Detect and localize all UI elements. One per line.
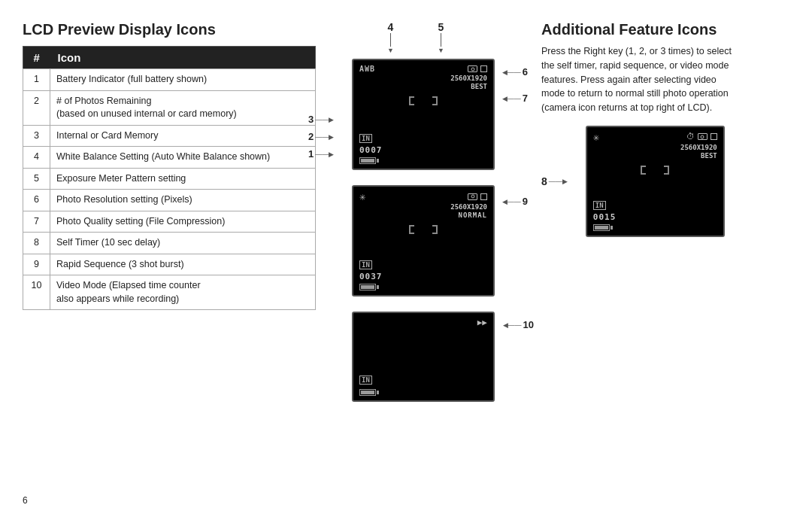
table-cell-num: 5 [23, 168, 50, 190]
table-cell-num: 6 [23, 190, 50, 211]
table-row: 4White Balance Setting (Auto White Balan… [23, 147, 316, 169]
screen1-counter: 0007 [359, 145, 383, 155]
table-row: 2# of Photos Remaining(based on unused i… [23, 90, 316, 125]
left-labels-123: 3 ——▶ 2 ——▶ 1 ——▶ [308, 114, 334, 160]
top-number-labels: 4 ▼ 5 ▼ [387, 21, 444, 54]
right-section-desc: Press the Right key (1, 2, or 3 times) t… [541, 44, 737, 115]
table-row: 5Exposure Meter Pattern setting [23, 168, 316, 190]
table-cell-desc: Rapid Sequence (3 shot burst) [50, 254, 316, 275]
table-cell-num: 10 [23, 275, 50, 310]
table-row: 6Photo Resolution setting (Pixels) [23, 190, 316, 211]
label-3: 3 [308, 114, 314, 125]
table-cell-num: 3 [23, 125, 50, 147]
screen-right-internal: IN [593, 201, 606, 210]
screen2-counter: 0037 [359, 272, 383, 281]
screen-right-quality: BEST [593, 152, 717, 160]
lcd-screen-right: ✳ ⏱ 2560X1920 BEST [586, 126, 725, 237]
lcd-screen-3-wrapper: ▶▶ IN ◀—— 10 [331, 312, 504, 402]
middle-column: 4 ▼ 5 ▼ 3 ——▶ 2 ——▶ [331, 21, 504, 502]
screen-right-resolution: 2560X1920 [593, 144, 717, 151]
label-8: 8 [541, 175, 547, 187]
lcd-screen-1-wrapper: 3 ——▶ 2 ——▶ 1 ——▶ AWB [331, 59, 504, 170]
left-column: LCD Preview Display Icons # Icon 1Batter… [23, 21, 316, 502]
table-cell-desc: Photo Resolution setting (Pixels) [50, 190, 316, 211]
table-row: 7Photo Quality setting (File Compression… [23, 211, 316, 233]
awb-label: AWB [359, 65, 375, 73]
table-cell-num: 8 [23, 233, 50, 254]
label-5: 5 [438, 21, 444, 33]
table-row: 8Self Timer (10 sec delay) [23, 233, 316, 254]
lcd-screen-1: AWB 2560X1920 BEST [352, 59, 495, 170]
table-row: 9Rapid Sequence (3 shot burst) [23, 254, 316, 275]
icon-table: # Icon 1Battery Indicator (full battery … [23, 46, 316, 310]
screen3-internal: IN [359, 376, 372, 385]
left-section-title: LCD Preview Display Icons [23, 21, 316, 38]
table-cell-desc: Battery Indicator (full battery shown) [50, 69, 316, 91]
table-cell-desc: Internal or Card Memory [50, 125, 316, 147]
lcd-screen-2-wrapper: ✳ 2560X1920 NORMAL [331, 185, 504, 297]
table-header-num: # [23, 47, 50, 69]
screen2-resolution: 2560X1920 [359, 203, 487, 211]
table-cell-desc: # of Photos Remaining(based on unused in… [50, 90, 316, 125]
page-number: 6 [23, 495, 28, 506]
table-cell-desc: Exposure Meter Pattern setting [50, 168, 316, 190]
screen1-quality: BEST [359, 83, 487, 90]
table-cell-num: 9 [23, 254, 50, 275]
table-row: 1Battery Indicator (full battery shown) [23, 69, 316, 91]
screen-right-counter: 0015 [593, 212, 617, 222]
lcd-screen-2: ✳ 2560X1920 NORMAL [352, 185, 495, 297]
screen1-resolution: 2560X1920 [359, 75, 487, 82]
right-column: Additional Feature Icons Press the Right… [519, 21, 789, 502]
label-1: 1 [308, 148, 314, 160]
table-cell-desc: White Balance Setting (Auto White Balanc… [50, 147, 316, 169]
screen2-internal: IN [359, 260, 372, 269]
table-row: 10Video Mode (Elapsed time counteralso a… [23, 275, 316, 310]
table-row: 3Internal or Card Memory [23, 125, 316, 147]
screen1-internal: IN [359, 134, 372, 143]
lcd-screen-3: ▶▶ IN [352, 312, 495, 402]
table-header-icon: Icon [50, 47, 316, 69]
table-cell-desc: Photo Quality setting (File Compression) [50, 211, 316, 233]
table-cell-desc: Self Timer (10 sec delay) [50, 233, 316, 254]
label-2: 2 [308, 131, 314, 142]
table-cell-num: 1 [23, 69, 50, 91]
table-cell-desc: Video Mode (Elapsed time counteralso app… [50, 275, 316, 310]
screen2-quality: NORMAL [359, 211, 487, 219]
table-cell-num: 4 [23, 147, 50, 169]
table-cell-num: 7 [23, 211, 50, 233]
table-cell-num: 2 [23, 90, 50, 125]
label-4: 4 [388, 21, 394, 33]
right-section-title: Additional Feature Icons [541, 21, 789, 38]
